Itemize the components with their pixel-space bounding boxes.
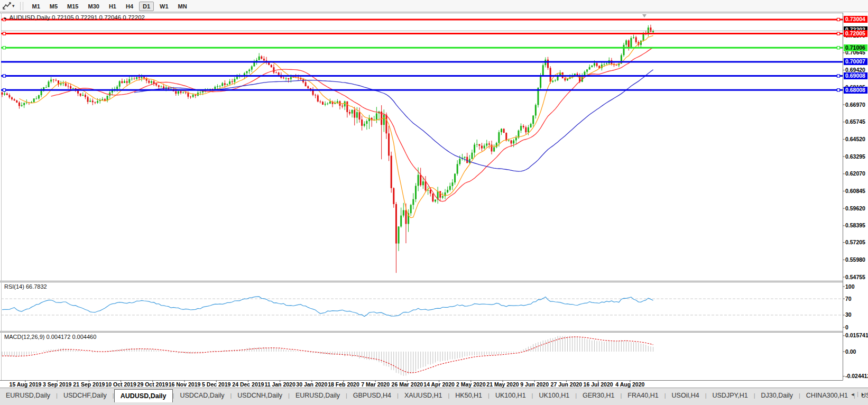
rsi-axis-label: 100 [844,283,868,290]
tab-hk50-h1[interactable]: HK50,H1 [449,389,488,402]
date-axis-label: 24 Dec 2019 [232,381,264,388]
date-axis-label: 11 Jan 2020 [264,381,295,388]
chart-symbol-label: AUDUSD,Daily [10,14,50,21]
date-axis[interactable]: 15 Aug 20193 Sep 201921 Sep 201910 Oct 2… [0,380,843,388]
trading-terminal-window: ▾ M1M5M15M30H1H4D1W1MN ▸AUDUSD,Daily 0.7… [0,0,868,405]
date-axis-label: 5 Dec 2019 [202,381,230,388]
hline-price-label: 0.73004 [844,16,867,23]
rsi-axis-label: 30 [844,311,868,318]
tab-xauusd-h1[interactable]: XAUUSD,H1 [399,389,448,402]
date-axis-label: 4 Aug 2020 [615,381,644,388]
price-axis-label: 0.65745 [844,118,868,125]
date-axis-label: 21 Sep 2019 [73,381,105,388]
tab-scroll-right-icon[interactable]: ▸ [862,391,864,397]
chart-tabs: EURUSD,Daily|USDCHF,Daily|AUDUSD,Daily|U… [0,388,868,402]
price-axis-label: 0.54755 [844,274,868,281]
hline-price-label: 0.71006 [844,44,867,51]
date-axis-label: 29 Oct 2019 [137,381,168,388]
date-axis-label: 16 Jul 2020 [584,381,613,388]
tab-usoil-h4[interactable]: USOil,H4 [666,389,705,402]
tab-eurusd-daily[interactable]: EURUSD,Daily [290,389,346,402]
tab-fra40-h1[interactable]: FRA40,H1 [622,389,664,402]
date-axis-label: 18 Feb 2020 [328,381,359,388]
price-axis-label: 0.59620 [844,205,868,212]
tab-usdcnh-daily[interactable]: USDCNH,Daily [232,389,288,402]
tab-dj30-daily[interactable]: DJ30,Daily [755,389,799,402]
object-marker-icon: ▸ [4,15,7,21]
rsi-indicator-label: RSI(14) 66.7832 [4,283,47,290]
price-axis[interactable]: 0.718700.706450.694200.681950.669700.657… [844,13,868,380]
rsi-axis-label: 0 [844,324,868,331]
date-axis-label: 10 Oct 2019 [105,381,136,388]
date-axis-label: 7 Mar 2020 [361,381,390,388]
date-axis-label: 27 Jun 2020 [551,381,583,388]
hline-price-label: 0.70007 [844,58,867,65]
chart-title: ▸AUDUSD,Daily 0.72105 0.72291 0.72046 0.… [4,14,145,21]
date-axis-label: 26 Mar 2020 [392,381,423,388]
price-axis-label: 0.60845 [844,188,868,195]
macd-indicator-label: MACD(12,26,9) 0.004172 0.004460 [4,334,96,340]
macd-axis-label: -0.024412 [844,373,868,380]
hline-price-label: 0.69008 [844,72,867,79]
chart-tabs-bar: EURUSD,Daily|USDCHF,Daily|AUDUSD,Daily|U… [0,388,868,405]
tab-uk100-h1[interactable]: UK100,H1 [490,389,532,402]
tab-eurusd-daily[interactable]: EURUSD,Daily [0,389,56,402]
date-axis-label: 3 Sep 2019 [43,381,71,388]
hline-price-label: 0.72005 [844,30,867,37]
date-axis-label: 14 Apr 2020 [423,381,455,388]
rsi-axis-label: 70 [844,296,868,302]
tab-gbpusd-h4[interactable]: GBPUSD,H4 [347,389,397,402]
price-axis-label: 0.64520 [844,136,868,143]
tab-usdcad-daily[interactable]: USDCAD,Daily [174,389,230,402]
chart-canvas[interactable] [0,0,868,405]
tab-ger30-h1[interactable]: GER30,H1 [577,389,620,402]
macd-axis-label: 0.00 [844,348,868,355]
macd-axis-label: 0.015741 [844,332,868,339]
tab-scroll-arrows: ◂|▸ [849,391,866,397]
tab-china300-h1[interactable]: CHINA300,H1 [800,389,854,402]
price-axis-label: 0.62070 [844,170,868,177]
date-axis-label: 9 Jun 2020 [520,381,549,388]
tab-uk100-h1[interactable]: UK100,H1 [533,389,575,402]
price-axis-label: 0.66970 [844,102,868,108]
date-axis-label: 2 May 2020 [456,381,485,388]
tab-usdchf-daily[interactable]: USDCHF,Daily [58,389,113,402]
price-axis-label: 0.55980 [844,256,868,263]
price-axis-label: 0.58395 [844,222,868,229]
date-axis-label: 16 Nov 2019 [169,381,201,388]
tab-audusd-daily[interactable]: AUDUSD,Daily [114,389,173,402]
price-axis-label: 0.57205 [844,239,868,246]
hline-price-label: 0.68008 [844,87,867,94]
date-axis-label: 21 May 2020 [486,381,519,388]
date-axis-label: 15 Aug 2019 [10,381,42,388]
tab-scroll-left-icon[interactable]: ◂ [851,391,854,397]
price-axis-label: 0.63295 [844,153,868,160]
date-axis-label: 30 Jan 2020 [296,381,327,388]
tab-usdjpy-h1[interactable]: USDJPY,H1 [707,389,754,402]
chart-ohlc-values: 0.72105 0.72291 0.72046 0.72202 [52,14,145,21]
